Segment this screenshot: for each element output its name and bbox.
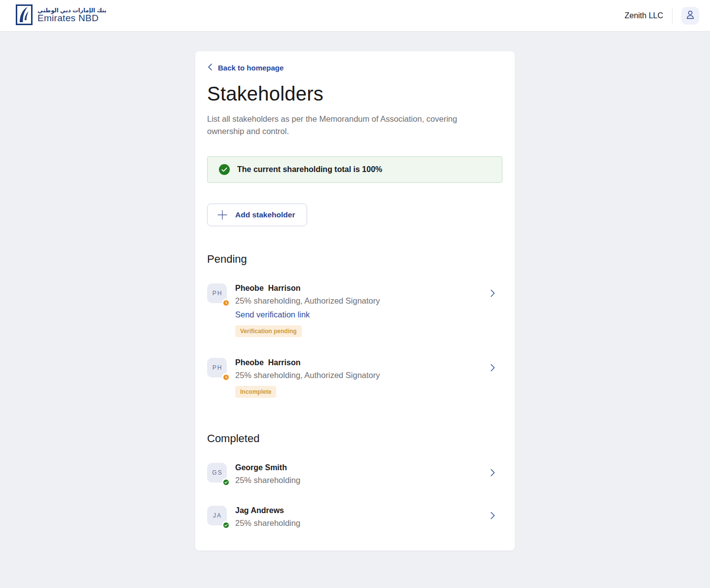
plus-icon	[216, 209, 228, 221]
status-badge: Incomplete	[235, 386, 276, 398]
check-circle-icon	[219, 164, 230, 175]
back-to-homepage-link[interactable]: Back to homepage	[207, 63, 284, 72]
shareholding-status-banner: The current shareholding total is 100%	[207, 156, 502, 183]
status-badge: Verification pending	[235, 325, 302, 337]
stakeholder-row-completed-2[interactable]: JA Jag Andrews 25% shareholding	[207, 506, 502, 528]
stakeholder-name: Pheobe Harrison	[235, 358, 380, 367]
brand-logo[interactable]: بنك الإمارات دبي الوطني Emirates NBD	[16, 4, 106, 27]
stakeholder-name: George Smith	[235, 463, 300, 472]
chevron-right-icon[interactable]	[488, 468, 497, 478]
stakeholder-row-completed-1[interactable]: GS George Smith 25% shareholding	[207, 463, 502, 485]
stakeholder-details: 25% shareholding, Authorized Signatory	[235, 296, 380, 306]
page-description: List all stakeholders as per the Memoran…	[207, 113, 493, 138]
pending-section-heading: Pending	[207, 253, 502, 266]
chevron-right-icon[interactable]	[488, 288, 497, 298]
add-stakeholder-label: Add stakeholder	[235, 210, 295, 219]
chevron-right-icon[interactable]	[488, 363, 497, 373]
stakeholder-name: Pheobe Harrison	[235, 284, 380, 293]
company-name: Zenith LLC	[625, 11, 663, 20]
emirates-nbd-logo-icon	[16, 4, 33, 27]
header-divider	[672, 7, 673, 24]
stakeholder-name: Jag Andrews	[235, 506, 300, 515]
stakeholder-row-pending-1[interactable]: PH Pheobe Harrison 25% shareholding, Aut…	[207, 283, 502, 337]
stakeholders-card: Back to homepage Stakeholders List all s…	[195, 51, 515, 551]
add-stakeholder-button[interactable]: Add stakeholder	[207, 204, 307, 226]
user-icon	[685, 9, 696, 22]
chevron-right-icon[interactable]	[488, 511, 497, 520]
app-header: بنك الإمارات دبي الوطني Emirates NBD Zen…	[0, 0, 710, 32]
clock-status-icon	[222, 299, 230, 307]
check-status-icon	[222, 478, 230, 486]
check-status-icon	[222, 521, 230, 529]
stakeholder-details: 25% shareholding, Authorized Signatory	[235, 371, 380, 380]
clock-status-icon	[222, 373, 230, 381]
user-profile-button[interactable]	[681, 7, 699, 25]
page-title: Stakeholders	[207, 83, 502, 105]
send-verification-link[interactable]: Send verification link	[235, 310, 310, 319]
stakeholder-details: 25% shareholding	[235, 519, 300, 528]
chevron-left-icon	[207, 63, 213, 72]
completed-section-heading: Completed	[207, 432, 502, 445]
stakeholder-row-pending-2[interactable]: PH Pheobe Harrison 25% shareholding, Aut…	[207, 358, 502, 398]
stakeholder-details: 25% shareholding	[235, 476, 300, 485]
brand-english-text: Emirates NBD	[37, 13, 106, 24]
banner-text: The current shareholding total is 100%	[237, 165, 382, 174]
back-link-label: Back to homepage	[218, 64, 284, 72]
